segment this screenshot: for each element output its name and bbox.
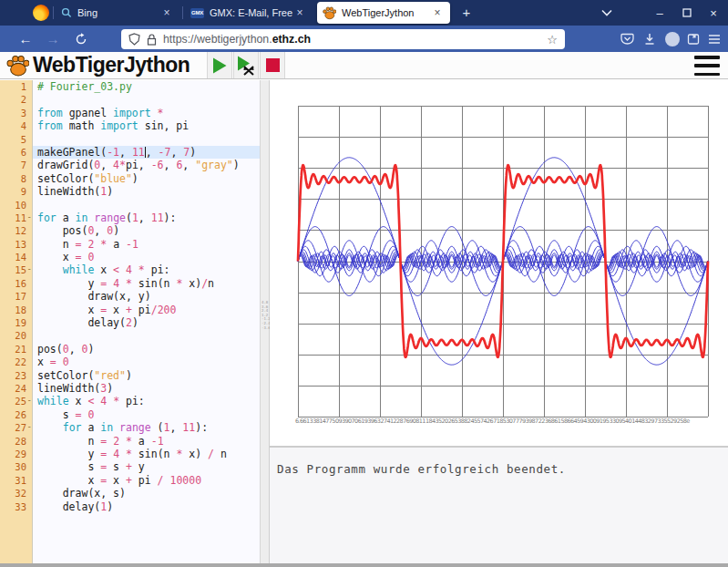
tab-gmx[interactable]: GMX GMX: E-Mail, FreeMail & Nach × <box>185 2 313 24</box>
code-line: 19 delay(2) <box>0 316 260 329</box>
code-line: 8setColor("blue") <box>0 172 260 185</box>
code-line: 11-for a in range(1, 11): <box>0 211 260 224</box>
code-line: 16 y = 4 * sin(n * x)/n <box>0 277 260 290</box>
shield-icon <box>128 33 140 46</box>
tab-separator <box>182 6 183 19</box>
code-line: 10 <box>0 199 260 211</box>
output-panel: 6.66133814775093907061939632741228769081… <box>270 80 728 563</box>
pocket-icon <box>620 33 634 46</box>
code-editor[interactable]: 1# Fourier_03.py23from gpanel import *4f… <box>0 80 260 563</box>
bookmark-star-icon[interactable]: ☆ <box>547 33 558 46</box>
code-line: 20 <box>0 329 260 342</box>
firefox-view-icon[interactable] <box>33 5 49 21</box>
code-line: 15- while x < 4 * pi: <box>0 263 260 276</box>
main-menu-button[interactable] <box>694 56 720 76</box>
tab-separator <box>53 6 54 19</box>
forward-button[interactable]: → <box>42 28 64 50</box>
tab-bing[interactable]: Bing × <box>56 2 179 24</box>
code-line: 5 <box>0 133 260 146</box>
chevron-down-icon <box>601 9 612 16</box>
app-menu-button[interactable] <box>703 29 725 49</box>
code-line: 33 delay(1) <box>0 500 260 513</box>
browser-titlebar: Bing × GMX GMX: E-Mail, FreeMail & Nach … <box>0 0 728 26</box>
code-line: 14 x = 0 <box>0 251 260 263</box>
maximize-icon <box>682 8 692 17</box>
fold-marker-icon[interactable]: - <box>27 211 32 223</box>
code-line: 29 y = 4 * sin(n * x) / n <box>0 448 260 460</box>
window-bottom-edge <box>0 563 728 567</box>
console-output: Das Programm wurde erfolgreich beendet. <box>270 449 728 563</box>
tab-close-icon[interactable]: × <box>292 6 307 19</box>
stop-button[interactable] <box>260 52 285 78</box>
run-button[interactable] <box>207 52 232 78</box>
code-line: 4from math import sin, pi <box>0 119 260 132</box>
editor-output-splitter[interactable]: 4.8 3.6 2.4 1.2 -1.2 -2.4 -3.6 <box>260 80 270 563</box>
code-line: 21pos(0, 0) <box>0 343 260 356</box>
download-icon <box>643 33 656 46</box>
tab-close-icon[interactable]: × <box>430 6 445 19</box>
maximize-button[interactable] <box>672 0 702 26</box>
console-message: Das Programm wurde erfolgreich beendet. <box>277 462 566 476</box>
page-title: WebTigerJython <box>33 53 190 77</box>
tiger-paw-logo <box>6 55 29 77</box>
webtigerjython-header: WebTigerJython <box>0 52 728 79</box>
code-line: 17 draw(x, y) <box>0 290 260 303</box>
tab-title: Bing <box>77 7 159 18</box>
fold-marker-icon[interactable]: - <box>27 420 32 433</box>
tiger-paw-icon <box>323 6 336 20</box>
gmx-logo: GMX <box>190 8 204 18</box>
fold-marker-icon[interactable]: - <box>27 263 32 275</box>
run-trace-button[interactable] <box>233 52 259 78</box>
reload-icon <box>75 33 87 46</box>
code-line: 31 x = x + pi / 10000 <box>0 474 260 487</box>
tab-title: GMX: E-Mail, FreeMail & Nach <box>210 7 292 18</box>
hamburger-icon <box>708 34 721 45</box>
code-line: 27- for a in range (1, 11): <box>0 421 260 434</box>
code-line: 18 x = x + pi/200 <box>0 304 260 316</box>
code-line: 22x = 0 <box>0 356 260 368</box>
back-button[interactable]: ← <box>15 28 36 50</box>
code-line: 32 draw(x, s) <box>0 487 260 500</box>
gpanel-x-axis-labels: 6.66133814775093907061939632741228769081… <box>295 418 723 425</box>
tab-close-icon[interactable]: × <box>159 6 174 19</box>
gpanel-canvas: 6.66133814775093907061939632741228769081… <box>270 80 728 448</box>
browser-navbar: ← → https://webtigerjython.ethz.ch ☆ <box>0 26 728 52</box>
code-line: 6makeGPanel(-1, 11, -7, 7) <box>0 146 260 159</box>
stop-icon <box>266 58 280 72</box>
browser-window: Bing × GMX GMX: E-Mail, FreeMail & Nach … <box>0 0 728 567</box>
url-text: https://webtigerjython.ethz.ch <box>163 33 547 46</box>
fourier-plot <box>270 80 728 448</box>
code-line: 2 <box>0 93 260 106</box>
tab-title: WebTigerJython <box>342 7 430 18</box>
code-line: 9lineWidth(1) <box>0 185 260 198</box>
code-line: 3from gpanel import * <box>0 107 260 119</box>
play-icon <box>210 57 229 75</box>
new-tab-button[interactable]: + <box>457 4 476 22</box>
code-line: 28 n = 2 * a -1 <box>0 435 260 448</box>
minimize-button[interactable]: – <box>645 0 674 26</box>
play-trace-icon <box>236 56 256 76</box>
code-line: 30 s = s + y <box>0 460 260 473</box>
pocket-button[interactable] <box>616 29 638 49</box>
close-window-button[interactable]: × <box>699 0 728 26</box>
account-button[interactable] <box>661 29 683 49</box>
downloads-button[interactable] <box>639 29 661 49</box>
code-line: 12 pos(0, 0) <box>0 224 260 237</box>
code-line: 26 s = 0 <box>0 408 260 421</box>
account-avatar <box>665 32 680 46</box>
sidebar-button[interactable] <box>682 29 704 49</box>
search-icon <box>61 7 72 18</box>
code-line: 1# Fourier_03.py <box>0 80 260 93</box>
code-line: 7drawGrid(0, 4*pi, -6, 6, "gray") <box>0 159 260 171</box>
code-line: 23setColor("red") <box>0 369 260 382</box>
code-line: 25-while x < 4 * pi: <box>0 395 260 407</box>
tab-webtigerjython-active[interactable]: WebTigerJython × <box>317 2 450 24</box>
reload-button[interactable] <box>70 28 92 50</box>
lock-icon <box>147 34 157 46</box>
fold-marker-icon[interactable]: - <box>27 394 32 407</box>
code-line: 24lineWidth(3) <box>0 382 260 395</box>
list-tabs-button[interactable] <box>592 0 621 26</box>
url-bar[interactable]: https://webtigerjython.ethz.ch ☆ <box>121 29 565 49</box>
code-line: 13 n = 2 * a -1 <box>0 238 260 251</box>
sidebar-icon <box>687 33 700 46</box>
